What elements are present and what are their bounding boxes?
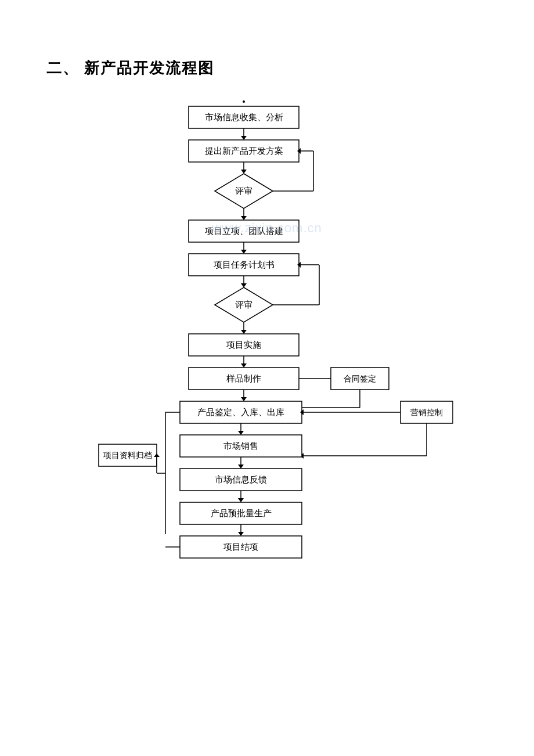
svg-marker-46 <box>238 431 244 435</box>
node-n4: 项目立项、团队搭建 <box>205 226 283 236</box>
node-n9: 产品鉴定、入库、出库 <box>197 408 284 417</box>
svg-marker-29 <box>241 363 247 368</box>
svg-marker-58 <box>238 498 244 502</box>
svg-marker-3 <box>241 136 247 140</box>
svg-marker-6 <box>241 170 247 174</box>
page: 二、 新产品开发流程图 www.zixin.com.cn 市场信息收集、分析 提… <box>0 0 534 756</box>
title-section: 二、 新产品开发流程图 <box>46 58 488 78</box>
node-n10: 市场销售 <box>223 441 258 451</box>
svg-marker-55 <box>238 465 244 469</box>
node-n12: 产品预批量生产 <box>211 509 272 518</box>
node-n8: 样品制作 <box>226 374 261 383</box>
node-n13: 项目结项 <box>223 542 258 552</box>
node-n11: 市场信息反馈 <box>215 475 267 484</box>
node-n5: 项目任务计划书 <box>214 260 275 269</box>
flowchart: 市场信息收集、分析 提出新产品开发方案 评审 项目立项、 <box>64 96 470 647</box>
svg-marker-61 <box>238 532 244 536</box>
node-n2: 提出新产品开发方案 <box>205 146 283 156</box>
node-s2: 营销控制 <box>410 408 443 417</box>
node-n1: 市场信息收集、分析 <box>205 113 283 122</box>
node-s1: 合同签定 <box>344 375 376 383</box>
svg-marker-26 <box>241 330 247 334</box>
svg-marker-19 <box>241 283 247 287</box>
node-n3: 评审 <box>235 186 252 196</box>
svg-marker-16 <box>241 250 247 254</box>
node-n6: 评审 <box>235 300 252 309</box>
svg-marker-37 <box>241 397 247 401</box>
node-n7: 项目实施 <box>226 340 261 350</box>
page-title: 二、 新产品开发流程图 <box>46 58 488 78</box>
flowchart-svg: 市场信息收集、分析 提出新产品开发方案 评审 项目立项、 <box>64 96 470 647</box>
svg-point-0 <box>243 100 245 103</box>
svg-marker-13 <box>241 216 247 220</box>
node-s3: 项目资料归档 <box>103 451 152 460</box>
